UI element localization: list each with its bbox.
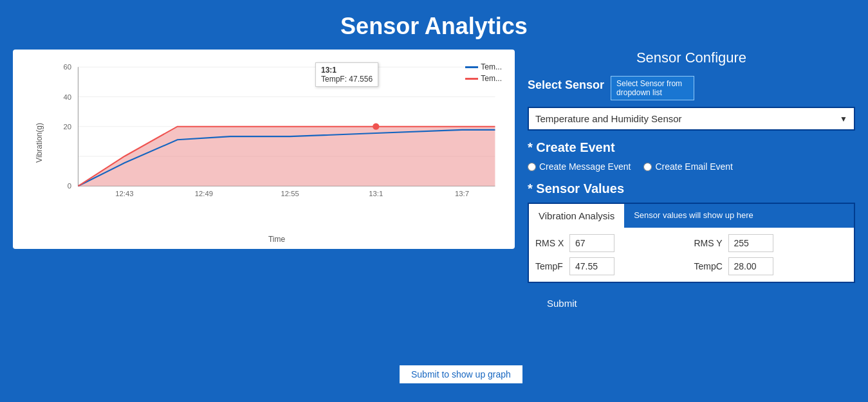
submit-button[interactable]: Submit bbox=[528, 291, 596, 315]
tempf-input[interactable] bbox=[569, 257, 614, 275]
svg-text:13:7: 13:7 bbox=[455, 190, 469, 197]
legend-label-1: Tem... bbox=[481, 62, 502, 71]
radio-message-input[interactable] bbox=[528, 163, 536, 171]
sensor-dropdown[interactable]: Temperature and Humidity Sensor Vibratio… bbox=[529, 108, 854, 129]
svg-text:12:55: 12:55 bbox=[281, 190, 299, 197]
tempc-input[interactable] bbox=[728, 257, 773, 275]
legend-item-2: Tem... bbox=[465, 74, 502, 83]
radio-row: Create Message Event Create Email Event bbox=[528, 161, 855, 172]
config-panel: Sensor Configure Select Sensor Select Se… bbox=[528, 50, 855, 315]
sensor-select-container[interactable]: Temperature and Humidity Sensor Vibratio… bbox=[528, 107, 855, 131]
radio-email-event[interactable]: Create Email Event bbox=[643, 161, 733, 172]
y-axis-label: Vibration(g) bbox=[35, 123, 44, 163]
legend-color-red bbox=[465, 78, 478, 80]
field-rms-x: RMS X bbox=[535, 234, 689, 252]
page-title: Sensor Analytics bbox=[0, 0, 868, 50]
svg-text:12:43: 12:43 bbox=[115, 190, 133, 197]
svg-text:0: 0 bbox=[68, 182, 71, 190]
radio-email-input[interactable] bbox=[643, 163, 652, 171]
x-axis-label: Time bbox=[268, 235, 285, 244]
sensor-values-hint: Sensor values will show up here bbox=[624, 204, 854, 228]
field-tempc: TempC bbox=[694, 257, 848, 275]
select-sensor-label: Select Sensor bbox=[528, 76, 604, 92]
tempf-label: TempF bbox=[535, 261, 564, 271]
rms-y-input[interactable] bbox=[728, 234, 773, 252]
chart-panel: Vibration(g) 13:1 TempF: 47.556 Tem... T… bbox=[13, 50, 515, 249]
svg-text:40: 40 bbox=[64, 93, 72, 101]
config-title: Sensor Configure bbox=[528, 50, 855, 66]
rms-y-label: RMS Y bbox=[694, 238, 723, 248]
legend-item-1: Tem... bbox=[465, 62, 502, 71]
create-event-title: * Create Event bbox=[528, 140, 855, 155]
sensor-values-grid: RMS X RMS Y TempF TempC bbox=[529, 228, 854, 282]
svg-text:13:1: 13:1 bbox=[369, 190, 383, 197]
field-rms-y: RMS Y bbox=[694, 234, 848, 252]
bottom-row: Submit bbox=[528, 286, 855, 315]
submit-graph-link[interactable]: Submit to show up graph bbox=[399, 365, 523, 384]
vibration-analysis-label: Vibration Analysis bbox=[529, 204, 624, 228]
legend-color-blue bbox=[465, 66, 478, 68]
sensor-values-section: Vibration Analysis Sensor values will sh… bbox=[528, 203, 855, 283]
legend-label-2: Tem... bbox=[481, 74, 502, 83]
svg-text:12:49: 12:49 bbox=[195, 190, 213, 197]
svg-text:60: 60 bbox=[64, 63, 72, 71]
submit-graph-area: Submit to show up graph bbox=[399, 365, 523, 384]
chart-svg: 60 40 20 0 12:43 12:49 12:55 13:1 13:7 bbox=[45, 56, 508, 210]
tempc-label: TempC bbox=[694, 261, 723, 271]
chart-legend: Tem... Tem... bbox=[465, 62, 502, 86]
rms-x-input[interactable] bbox=[569, 234, 614, 252]
select-sensor-hint: Select Sensor from dropdown list bbox=[611, 76, 694, 100]
sensor-values-title: * Sensor Values bbox=[528, 181, 855, 196]
radio-email-label: Create Email Event bbox=[655, 161, 733, 172]
radio-message-event[interactable]: Create Message Event bbox=[528, 161, 631, 172]
rms-x-label: RMS X bbox=[535, 238, 564, 248]
sensor-values-header: Vibration Analysis Sensor values will sh… bbox=[529, 204, 854, 228]
field-tempf: TempF bbox=[535, 257, 689, 275]
svg-point-16 bbox=[373, 123, 379, 130]
svg-text:20: 20 bbox=[64, 123, 72, 131]
radio-message-label: Create Message Event bbox=[539, 161, 631, 172]
